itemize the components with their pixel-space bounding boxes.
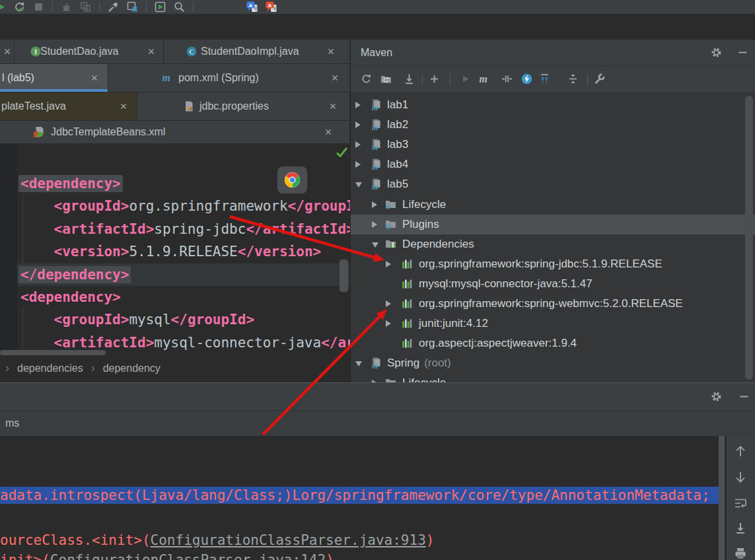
tab-close-icon[interactable]: [324, 127, 333, 137]
stack-trace-link[interactable]: ConfigurationClassParser.java:142: [50, 552, 326, 560]
maven-tree-row[interactable]: Lifecycle: [351, 195, 755, 215]
console-output[interactable]: adata.introspect(Ljava/lang/Class;)Lorg/…: [0, 436, 727, 560]
coverage-icon[interactable]: [80, 1, 91, 13]
screwdriver-icon[interactable]: [108, 1, 119, 13]
gear-icon[interactable]: [711, 47, 723, 59]
close-icon[interactable]: [3, 47, 12, 56]
tab-close-icon[interactable]: [90, 73, 99, 83]
breadcrumb-item[interactable]: dependency: [103, 363, 161, 374]
chevron-down-icon[interactable]: [355, 182, 362, 188]
xml-tag: </artifactId>: [246, 221, 350, 237]
console-error-text: adata.introspect(Ljava/lang/Class;)Lorg/…: [0, 487, 710, 503]
editor-surface[interactable]: <dependency> <groupId>org.springframewor…: [0, 144, 350, 357]
maven-tree-row[interactable]: Lifecycle: [351, 373, 755, 383]
console-scrollbar[interactable]: [719, 436, 725, 560]
tab-close-icon[interactable]: [119, 102, 128, 111]
chevron-right-icon[interactable]: [386, 300, 391, 307]
scroll-end-icon[interactable]: [734, 522, 747, 535]
services-icon[interactable]: [127, 1, 138, 13]
tab-close-icon[interactable]: [147, 47, 156, 56]
editor-tab[interactable]: JdbcTemplateBeans.xml: [0, 121, 350, 143]
status-text: ms: [5, 411, 19, 436]
maven-tree-row[interactable]: junit:junit:4.12: [351, 314, 755, 333]
plus-icon[interactable]: [429, 73, 440, 85]
arrow-up-icon[interactable]: [734, 444, 747, 458]
chevron-right-icon[interactable]: [386, 320, 391, 327]
xml-text: org.springframework: [129, 198, 287, 214]
gear-icon[interactable]: [711, 391, 723, 403]
translate-orange-icon[interactable]: A: [266, 1, 277, 13]
tab-close-icon[interactable]: [326, 47, 336, 56]
xml-tag: <groupId>: [54, 312, 129, 328]
maven-tree-row[interactable]: mlab2: [351, 115, 755, 135]
maven-tree-row[interactable]: Dependencies: [351, 234, 755, 254]
chevron-right-icon[interactable]: [372, 221, 377, 228]
svg-text:m: m: [162, 73, 170, 83]
folder-bars-icon: [385, 238, 396, 250]
editor-horizontal-scrollbar[interactable]: [0, 350, 106, 355]
tab-close-icon[interactable]: [330, 73, 340, 83]
rerun-icon[interactable]: [14, 1, 25, 13]
debug-icon[interactable]: [61, 1, 72, 13]
tab-close-icon[interactable]: [328, 102, 338, 111]
chevron-down-icon[interactable]: [355, 361, 362, 367]
translate-blue-icon[interactable]: A: [246, 1, 258, 13]
chevron-down-icon[interactable]: [372, 242, 378, 248]
maven-tree-row[interactable]: org.springframework:spring-webmvc:5.2.0.…: [351, 294, 755, 314]
console-error-text: ): [426, 532, 435, 548]
maven-tree-row[interactable]: Plugins: [351, 215, 755, 234]
chevron-right-icon[interactable]: [386, 261, 391, 267]
run-anything-icon[interactable]: [155, 1, 166, 13]
chevron-right-icon[interactable]: [355, 102, 361, 108]
minimize-icon[interactable]: [737, 47, 748, 58]
editor-tab[interactable]: mpom.xml (Spring): [108, 64, 350, 92]
open-in-browser-button[interactable]: [277, 166, 307, 193]
skip-tests-icon[interactable]: [501, 73, 513, 85]
editor-tab[interactable]: jdbc.properties: [137, 92, 350, 120]
folder-sync-icon[interactable]: [380, 73, 392, 85]
collapse-all-icon[interactable]: [567, 73, 579, 85]
maven-tree-row[interactable]: org.aspectj:aspectjweaver:1.9.4: [351, 333, 755, 353]
print-icon[interactable]: [734, 547, 747, 560]
minimize-icon[interactable]: [738, 391, 750, 402]
breadcrumb-item[interactable]: dependencies: [17, 363, 83, 374]
offline-icon[interactable]: [521, 73, 533, 85]
stack-trace-link[interactable]: ConfigurationClassParser.java:913: [151, 532, 426, 548]
maven-tree-row[interactable]: mlab1: [351, 95, 755, 115]
maven-scrollbar[interactable]: [745, 96, 753, 380]
maven-tree-row[interactable]: mysql:mysql-connector-java:5.1.47: [351, 274, 755, 294]
search-icon[interactable]: [174, 1, 185, 13]
editor-vertical-scrollbar[interactable]: [340, 260, 348, 292]
xml-tag: </dependency>: [18, 266, 131, 283]
editor-tab[interactable]: CStudentDaoImpl.java: [164, 40, 350, 63]
chevron-right-icon[interactable]: [355, 161, 361, 168]
editor-tab[interactable]: IStudentDao.java: [15, 40, 164, 63]
tab-stub[interactable]: [0, 40, 15, 63]
chevron-right-icon[interactable]: [355, 141, 361, 148]
play-icon[interactable]: [460, 73, 471, 85]
breadcrumb-separator-icon: ›: [91, 361, 95, 375]
stop-icon[interactable]: [33, 1, 44, 13]
editor-tab[interactable]: plateTest.java: [0, 92, 137, 120]
xml-tag: </groupId>: [171, 312, 254, 328]
tree-node-label: org.aspectj:aspectjweaver:1.9.4: [419, 333, 577, 353]
expand-all-icon[interactable]: [539, 73, 550, 85]
tab-label: StudentDaoImpl.java: [201, 46, 299, 57]
run-icon[interactable]: [0, 1, 6, 13]
chevron-right-icon[interactable]: [355, 122, 361, 128]
maven-tree-row[interactable]: mlab3: [351, 135, 755, 155]
maven-tree-row[interactable]: mlab4: [351, 155, 755, 174]
chevron-right-icon[interactable]: [372, 201, 377, 208]
maven-tree-row[interactable]: mSpring(root): [351, 353, 755, 373]
maven-tree-row[interactable]: mlab5: [351, 174, 755, 194]
editor-gutter: [0, 144, 17, 350]
editor-tab[interactable]: l (lab5): [0, 64, 108, 92]
wrench-icon[interactable]: [594, 73, 605, 85]
soft-wrap-icon[interactable]: [734, 497, 747, 510]
maven-tree-row[interactable]: org.springframework:spring-jdbc:5.1.9.RE…: [351, 254, 755, 274]
refresh-icon[interactable]: [361, 73, 372, 85]
maven-goal-icon[interactable]: m: [478, 73, 491, 85]
folder-gear-icon: [385, 199, 396, 210]
download-sources-icon[interactable]: [404, 73, 415, 85]
arrow-down-icon[interactable]: [734, 470, 747, 485]
